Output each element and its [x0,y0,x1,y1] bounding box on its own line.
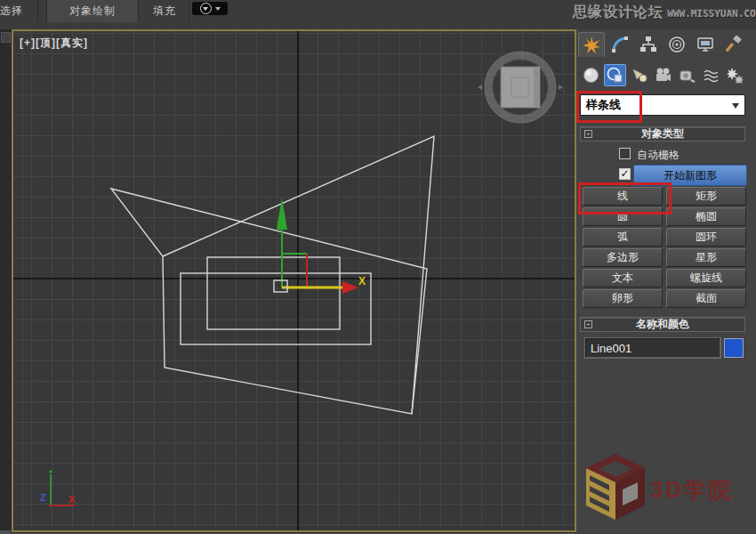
category-lights[interactable] [628,64,650,86]
create-panel-icon [583,36,600,54]
circle-caret-icon [200,3,212,14]
ribbon-tab-selection[interactable]: 选择 [0,0,38,22]
geometry-icon [583,67,599,84]
viewport-canvas[interactable]: X X Z [+][顶][真实] [12,29,576,532]
hierarchy-panel-icon [639,36,657,53]
tab-hierarchy[interactable] [635,32,662,57]
button-donut[interactable]: 圆环 [666,228,746,247]
category-cameras[interactable] [652,64,674,86]
missyuan-watermark: 思缘设计论坛 WWW.MISSYUAN.COM [573,4,756,22]
world-axis-tripod: X Z [40,470,76,506]
viewport-label[interactable]: [+][顶][真实] [20,36,88,51]
autogrid-label: 自动栅格 [637,148,680,163]
annotation-box-line-button [578,182,672,214]
ribbon-minimize-button[interactable] [192,2,228,15]
tab-modify[interactable] [607,32,633,57]
collapse-icon: - [584,320,592,328]
category-space-warps[interactable] [700,64,722,86]
button-arc[interactable]: 弧 [583,228,663,247]
category-systems[interactable] [724,64,746,86]
button-ellipse[interactable]: 椭圆 [666,207,746,226]
object-color-swatch[interactable] [724,338,744,358]
start-new-shape-checkbox[interactable]: ✓ [619,168,631,180]
cameras-icon [655,67,672,84]
display-panel-icon [696,36,714,53]
tab-display[interactable] [692,32,719,57]
rollout-object-type[interactable]: - 对象类型 [580,126,745,142]
button-section[interactable]: 截面 [666,289,746,308]
object-name-input[interactable]: Line001 [585,338,720,358]
button-star[interactable]: 星形 [666,248,746,267]
spline-shapes [111,136,434,414]
tripod-x-label: X [68,494,76,505]
category-geometry[interactable] [580,64,602,86]
category-helpers[interactable] [676,64,698,86]
ribbon-tab-object-paint[interactable]: 对象绘制 [46,0,139,22]
motion-panel-icon [668,36,686,53]
chevron-down-icon [732,103,739,109]
button-rectangle[interactable]: 矩形 [666,187,746,206]
button-egg[interactable]: 卵形 [583,289,663,308]
tab-utilities[interactable] [720,32,747,57]
tripod-z-label: Z [40,492,46,503]
button-ngon[interactable]: 多边形 [583,248,663,267]
viewcube[interactable] [478,52,563,123]
annotation-box-dropdown [576,91,642,123]
modify-panel-icon [611,36,629,53]
shapes-icon [607,67,623,84]
gizmo-x-axis-label: X [358,275,366,287]
move-gizmo: X [274,198,366,294]
tab-motion[interactable] [664,32,690,57]
space-warps-icon [703,67,720,84]
tab-create[interactable] [578,32,605,57]
helpers-icon [679,67,696,84]
collapse-icon: - [584,130,592,138]
button-helix[interactable]: 螺旋线 [666,269,746,287]
viewport-drawing: X X Z [13,31,575,530]
autogrid-checkbox[interactable] [619,148,631,159]
left-edge-strip [0,29,12,534]
ribbon-tab-populate[interactable]: 填充 [141,0,189,22]
utilities-panel-icon [725,36,743,53]
systems-icon [727,67,744,84]
caret-down-icon [215,7,221,11]
button-text[interactable]: 文本 [583,269,663,287]
rollout-name-color[interactable]: - 名称和颜色 [580,317,745,332]
category-shapes[interactable] [604,64,626,86]
command-panel: 样条线 - 对象类型 自动栅格 ✓ 开始新图形 线 矩形 圆 椭圆 弧 圆环 多… [576,29,756,534]
3dsmax-window: www.16xx8.com 选择 对象绘制 填充 思缘设计论坛 WWW.MISS… [0,0,756,534]
lights-icon [631,67,647,84]
left-strip-button[interactable] [1,32,11,43]
